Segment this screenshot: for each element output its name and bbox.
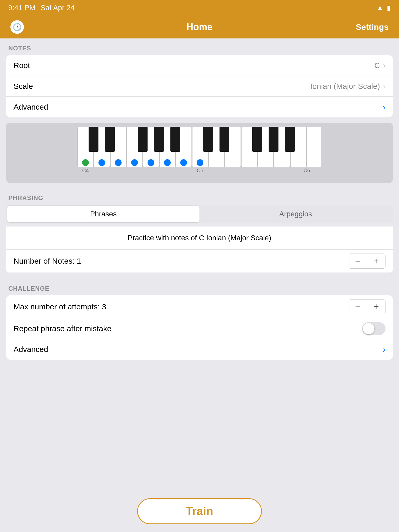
svg-text:C5: C5 (197, 168, 203, 173)
svg-point-29 (148, 159, 154, 166)
status-bar: 9:41 PM Sat Apr 24 ▲ ▮ (0, 0, 399, 16)
piano-svg: .wk { fill: white; stroke: #bbb; stroke-… (10, 127, 389, 174)
phrasing-section-header: PHRASING (0, 188, 399, 205)
battery-icon: ▮ (387, 4, 391, 12)
scale-row[interactable]: Scale Ionian (Major Scale) › (6, 76, 393, 97)
challenge-advanced-label: Advanced (14, 345, 48, 354)
svg-point-25 (82, 159, 89, 166)
root-chevron: › (383, 61, 385, 70)
practice-text-row: Practice with notes of C Ionian (Major S… (6, 227, 393, 250)
arpeggios-segment[interactable]: Arpeggios (200, 206, 392, 222)
attempts-decrement-button[interactable]: − (349, 300, 367, 314)
number-of-notes-row: Number of Notes: 1 − + (6, 250, 393, 272)
status-date: Sat Apr 24 (41, 4, 75, 12)
svg-rect-24 (285, 127, 295, 152)
challenge-advanced-chevron: › (383, 345, 385, 354)
svg-point-26 (98, 159, 105, 166)
svg-rect-21 (220, 127, 229, 152)
root-value: C (374, 61, 380, 70)
scale-value: Ionian (Major Scale) (310, 82, 380, 91)
scale-chevron: › (383, 82, 385, 90)
notes-decrement-button[interactable]: − (349, 254, 367, 268)
svg-rect-18 (154, 127, 164, 152)
root-label: Root (14, 61, 30, 70)
phrases-segment[interactable]: Phrases (7, 206, 200, 222)
svg-rect-14 (307, 127, 321, 167)
svg-rect-16 (105, 127, 115, 152)
svg-text:C4: C4 (82, 168, 89, 173)
svg-point-27 (115, 159, 122, 166)
svg-rect-23 (269, 127, 278, 152)
nav-left: 🕐 (10, 20, 24, 34)
challenge-advanced-row[interactable]: Advanced › (6, 339, 393, 360)
content: NOTES Root C › Scale Ionian (Major Scale… (0, 38, 399, 412)
scale-label: Scale (14, 82, 33, 91)
attempts-stepper: − + (349, 299, 385, 314)
notes-increment-button[interactable]: + (367, 254, 385, 268)
piano-section: .wk { fill: white; stroke: #bbb; stroke-… (6, 123, 393, 183)
repeat-phrase-label: Repeat phrase after mistake (14, 324, 111, 333)
notes-section-header: NOTES (0, 38, 399, 55)
notes-advanced-chevron: › (383, 102, 385, 112)
nav-bar: 🕐 Home Settings (0, 16, 399, 38)
notes-stepper: − + (349, 254, 385, 269)
notes-advanced-label: Advanced (14, 103, 48, 111)
svg-rect-17 (138, 127, 148, 152)
svg-rect-19 (170, 127, 180, 152)
piano-wrapper: .wk { fill: white; stroke: #bbb; stroke-… (6, 123, 393, 183)
max-attempts-label: Max number of attempts: 3 (14, 302, 106, 311)
settings-button[interactable]: Settings (356, 22, 389, 32)
status-icons: ▲ ▮ (376, 4, 391, 12)
practice-text: Practice with notes of C Ionian (Major S… (128, 234, 271, 242)
root-value-group: C › (374, 61, 385, 70)
max-attempts-row: Max number of attempts: 3 − + (6, 295, 393, 318)
toggle-thumb (363, 323, 374, 334)
repeat-phrase-toggle[interactable] (362, 322, 385, 335)
attempts-increment-button[interactable]: + (367, 300, 385, 314)
train-button[interactable]: Train (137, 498, 262, 524)
challenge-section-header: CHALLENGE (0, 279, 399, 295)
scale-value-group: Ionian (Major Scale) › (310, 82, 385, 91)
notes-advanced-row[interactable]: Advanced › (6, 97, 393, 117)
svg-point-31 (180, 159, 187, 166)
challenge-card: Max number of attempts: 3 − + Repeat phr… (6, 295, 393, 360)
svg-point-28 (131, 159, 138, 166)
number-of-notes-label: Number of Notes: 1 (14, 257, 81, 265)
svg-point-30 (164, 159, 171, 166)
wifi-icon: ▲ (376, 4, 384, 12)
svg-rect-20 (203, 127, 213, 152)
train-button-container: Train (0, 490, 399, 532)
phrasing-card: Practice with notes of C Ionian (Major S… (6, 227, 393, 272)
clock-icon[interactable]: 🕐 (10, 20, 24, 34)
repeat-phrase-row: Repeat phrase after mistake (6, 318, 393, 339)
svg-rect-15 (89, 127, 98, 152)
svg-text:C6: C6 (303, 168, 310, 173)
notes-card: Root C › Scale Ionian (Major Scale) › Ad… (6, 55, 393, 117)
status-time: 9:41 PM (8, 4, 35, 12)
svg-point-32 (197, 159, 203, 166)
svg-rect-22 (252, 127, 262, 152)
root-row[interactable]: Root C › (6, 55, 393, 76)
phrasing-segmented-control: Phrases Arpeggios (6, 205, 393, 223)
nav-title: Home (187, 22, 212, 32)
